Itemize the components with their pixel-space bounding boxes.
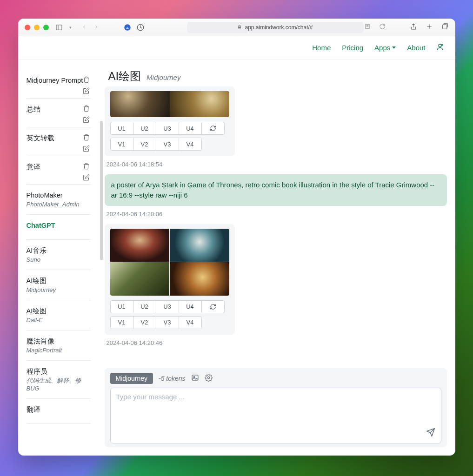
reroll-button[interactable] xyxy=(201,300,225,313)
u4-button[interactable]: U4 xyxy=(179,122,202,135)
ai-bubble: U1 U2 U3 U4 V1 V2 V3 V4 xyxy=(105,224,235,335)
trash-icon[interactable] xyxy=(83,105,90,113)
v1-button[interactable]: V1 xyxy=(110,138,133,151)
reader-icon[interactable] xyxy=(364,23,371,31)
sidebar-item[interactable]: AI音乐Suno xyxy=(27,240,91,270)
nav-apps[interactable]: Apps xyxy=(369,41,401,54)
u4-button[interactable]: U4 xyxy=(179,300,202,313)
new-tab-icon[interactable] xyxy=(426,23,433,32)
user-menu-icon[interactable] xyxy=(436,43,444,53)
textarea-box xyxy=(110,388,441,443)
main: AI绘图 Midjourney U1 U2 xyxy=(96,60,455,456)
page-subtitle: Midjourney xyxy=(147,73,180,81)
reroll-button[interactable] xyxy=(201,122,225,135)
edit-icon[interactable] xyxy=(83,87,90,96)
chevron-down-icon[interactable]: ▾ xyxy=(69,25,73,30)
mj-grid-cell[interactable] xyxy=(110,262,170,296)
v1-button[interactable]: V1 xyxy=(110,316,133,329)
variation-row: V1 V2 V3 V4 xyxy=(110,138,229,151)
mj-image-grid[interactable] xyxy=(110,229,229,296)
u2-button[interactable]: U2 xyxy=(133,122,156,135)
v3-button[interactable]: V3 xyxy=(156,138,179,151)
nav-pricing[interactable]: Pricing xyxy=(336,41,369,54)
chat-scroll[interactable]: U1 U2 U3 U4 V1 V2 V3 V4 xyxy=(96,86,455,368)
forward-button[interactable] xyxy=(93,24,99,31)
privacy-report-icon[interactable] xyxy=(136,23,145,32)
zoom-window-button[interactable] xyxy=(43,25,49,30)
edit-icon[interactable] xyxy=(83,116,90,125)
sidebar-item-actions xyxy=(83,105,90,125)
mj-grid-cell[interactable] xyxy=(170,91,229,117)
sidebar-item-subtitle: PhotoMaker_Admin xyxy=(27,201,91,208)
sidebar-toggle-icon[interactable] xyxy=(54,24,64,31)
image-upload-icon[interactable] xyxy=(191,374,199,383)
trash-icon[interactable] xyxy=(83,163,90,171)
sidebar-item-actions xyxy=(83,163,90,182)
trash-icon[interactable] xyxy=(83,76,90,85)
share-icon[interactable] xyxy=(410,23,417,32)
v3-button[interactable]: V3 xyxy=(156,316,179,329)
v4-button[interactable]: V4 xyxy=(179,316,202,329)
edit-icon[interactable] xyxy=(83,174,90,182)
back-button[interactable] xyxy=(81,24,87,31)
mj-grid-cell[interactable] xyxy=(170,229,229,262)
reload-icon[interactable] xyxy=(379,23,386,31)
sidebar-item[interactable]: AI绘图Dall-E xyxy=(27,300,91,331)
sidebar-item[interactable]: ChatGPT xyxy=(27,215,91,240)
minimize-window-button[interactable] xyxy=(34,25,40,30)
composer: Midjourney -5 tokens xyxy=(105,368,447,447)
u3-button[interactable]: U3 xyxy=(156,122,179,135)
url-bar[interactable]: app.aimindwork.com/chat/# xyxy=(187,22,364,33)
mj-grid-cell[interactable] xyxy=(110,229,170,262)
close-window-button[interactable] xyxy=(25,25,30,30)
u3-button[interactable]: U3 xyxy=(156,300,179,313)
sidebar-item-title: 意译 xyxy=(27,163,91,172)
mj-grid-cell[interactable] xyxy=(110,91,170,117)
sidebar-item-title: Midjourney Prompt xyxy=(27,76,91,85)
sidebar-item[interactable]: PhotoMakerPhotoMaker_Admin xyxy=(27,185,91,215)
svg-rect-9 xyxy=(442,25,446,29)
sidebar-item[interactable]: 魔法肖像MagicPortrait xyxy=(27,331,91,361)
mj-image-grid[interactable] xyxy=(110,91,229,117)
sidebar-item[interactable]: Midjourney Prompt xyxy=(27,70,91,99)
settings-icon[interactable] xyxy=(205,374,213,383)
nav-about[interactable]: About xyxy=(401,41,431,54)
sidebar-item[interactable]: 程序员代码生成、解释、修BUG xyxy=(27,361,91,399)
privacy-shield-icon[interactable] xyxy=(123,23,132,32)
v2-button[interactable]: V2 xyxy=(133,138,156,151)
sidebar-item-subtitle: Midjourney xyxy=(27,286,91,293)
sidebar-item-title: AI音乐 xyxy=(27,246,91,255)
trash-icon[interactable] xyxy=(83,134,90,142)
svg-point-10 xyxy=(439,44,441,47)
u1-button[interactable]: U1 xyxy=(110,300,133,313)
token-cost: -5 tokens xyxy=(159,375,186,382)
sidebar[interactable]: Midjourney Prompt总结英文转载意译PhotoMakerPhoto… xyxy=(18,60,96,456)
message-input[interactable] xyxy=(116,393,435,438)
v2-button[interactable]: V2 xyxy=(133,316,156,329)
sidebar-item[interactable]: 英文转载 xyxy=(27,127,91,156)
tabs-overview-icon[interactable] xyxy=(441,23,449,32)
u1-button[interactable]: U1 xyxy=(110,122,133,135)
sidebar-item-actions xyxy=(83,134,90,153)
user-bubble: a poster of Arya Stark in Game of Throne… xyxy=(105,174,447,206)
nav-home[interactable]: Home xyxy=(306,41,336,54)
sidebar-item[interactable]: 翻译 xyxy=(27,399,91,424)
v4-button[interactable]: V4 xyxy=(179,138,202,151)
window-controls xyxy=(25,25,49,30)
sidebar-item[interactable]: AI绘图Midjourney xyxy=(27,270,91,300)
sidebar-item-subtitle: MagicPortrait xyxy=(27,347,91,354)
composer-toolbar: Midjourney -5 tokens xyxy=(110,373,441,384)
mj-grid-cell[interactable] xyxy=(170,262,229,296)
ai-bubble: U1 U2 U3 U4 V1 V2 V3 V4 xyxy=(105,86,235,156)
sidebar-item[interactable]: 意译 xyxy=(27,156,91,185)
sidebar-item-title: AI绘图 xyxy=(27,277,91,285)
timestamp: 2024-04-06 14:18:54 xyxy=(105,158,447,174)
privacy-icons xyxy=(123,23,145,32)
send-button[interactable] xyxy=(426,428,435,438)
edit-icon[interactable] xyxy=(83,145,90,153)
u2-button[interactable]: U2 xyxy=(133,300,156,313)
model-selector[interactable]: Midjourney xyxy=(110,373,153,384)
variation-row: V1 V2 V3 V4 xyxy=(110,316,229,329)
sidebar-item[interactable]: 总结 xyxy=(27,99,91,127)
svg-point-14 xyxy=(207,377,209,378)
